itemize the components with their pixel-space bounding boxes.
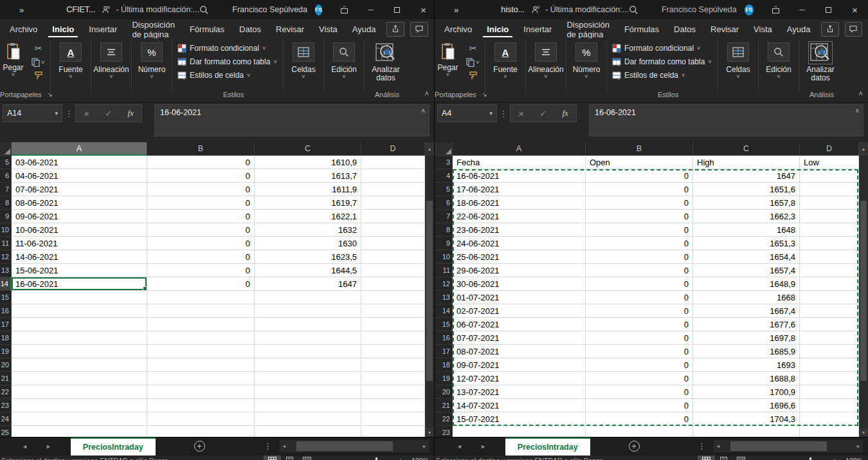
cell[interactable] [255, 426, 361, 437]
cell[interactable] [147, 318, 255, 331]
cell[interactable]: 0 [147, 264, 255, 277]
cell[interactable] [800, 372, 859, 385]
cell[interactable]: 1696,6 [693, 399, 800, 412]
cell[interactable]: 0 [586, 385, 693, 399]
cell[interactable] [361, 277, 425, 291]
zoom-slider-thumb[interactable] [809, 457, 811, 460]
cell[interactable]: 17-06-2021 [453, 183, 586, 196]
row-header-13[interactable]: 13 [0, 264, 12, 277]
vertical-scroll-thumb[interactable] [426, 201, 433, 381]
cell[interactable]: 30-06-2021 [453, 277, 586, 291]
menu-tab-ayuda[interactable]: Ayuda [348, 21, 380, 37]
cell[interactable]: 0 [586, 372, 693, 385]
cell[interactable]: 0 [147, 183, 255, 196]
column-header-c[interactable]: C [693, 142, 800, 156]
horizontal-scrollbar[interactable]: ◄ ► [714, 440, 863, 452]
cell[interactable] [800, 250, 859, 264]
formula-input[interactable]: 16-06-2021 [589, 104, 863, 136]
select-all-corner[interactable] [435, 142, 453, 156]
cell[interactable]: 08-07-2021 [453, 345, 586, 358]
cell[interactable]: 0 [147, 210, 255, 223]
cell[interactable]: 1688,8 [693, 372, 800, 385]
cell[interactable] [361, 385, 425, 399]
cell[interactable] [147, 372, 255, 385]
cell[interactable] [800, 345, 859, 358]
menu-tab-revisar[interactable]: Revisar [272, 21, 308, 37]
cell[interactable] [12, 358, 147, 372]
cell[interactable] [800, 291, 859, 304]
cell[interactable] [361, 250, 425, 264]
search-icon[interactable] [629, 5, 638, 15]
column-header-a[interactable]: A [453, 142, 586, 156]
row-header-12[interactable]: 12 [0, 250, 12, 264]
menu-tab-revisar[interactable]: Revisar [707, 21, 743, 37]
cell[interactable] [361, 291, 425, 304]
cell[interactable]: High [693, 156, 800, 169]
cell[interactable]: 1623,5 [255, 250, 361, 264]
row-header-9[interactable]: 9 [435, 237, 453, 250]
row-header-12[interactable]: 12 [435, 277, 453, 291]
cell[interactable] [12, 372, 147, 385]
cell[interactable]: 0 [147, 169, 255, 183]
cell[interactable]: 1657,4 [693, 264, 800, 277]
row-header-15[interactable]: 15 [435, 318, 453, 331]
row-header-7[interactable]: 7 [435, 210, 453, 223]
cell[interactable]: 02-07-2021 [453, 304, 586, 318]
row-header-25[interactable]: 25 [0, 426, 12, 437]
cell-styles-button[interactable]: Estilos de celda ˅ [177, 71, 279, 80]
paste-button[interactable]: Pegar ˅ [435, 39, 461, 77]
row-header-3[interactable]: 3 [435, 156, 453, 169]
menu-tab-fórmulas[interactable]: Fórmulas [186, 21, 228, 37]
cell[interactable]: 0 [586, 264, 693, 277]
collapse-ribbon-icon[interactable]: ˄ [425, 89, 429, 97]
cell[interactable] [255, 399, 361, 412]
close-button[interactable]: × [410, 0, 434, 19]
scroll-down-icon[interactable]: ▼ [859, 428, 868, 437]
row-header-11[interactable]: 11 [435, 264, 453, 277]
vertical-scrollbar[interactable]: ▲ ▼ [425, 142, 434, 437]
scroll-right-icon[interactable]: ► [420, 444, 429, 448]
cell[interactable]: 0 [586, 223, 693, 237]
cell[interactable] [586, 426, 693, 437]
cell[interactable]: 1647 [255, 277, 361, 291]
zoom-out-icon[interactable]: − [757, 457, 769, 460]
cell[interactable]: 14-06-2021 [12, 250, 147, 264]
sheet-tab-more-icon[interactable]: ⋮ [264, 441, 272, 451]
cell[interactable] [147, 345, 255, 358]
cancel-icon[interactable]: × [518, 108, 524, 119]
cell[interactable]: 0 [147, 250, 255, 264]
conditional-formatting-button[interactable]: Formato condicional ˅ [612, 44, 714, 53]
avatar[interactable]: FS [315, 5, 322, 15]
format-as-table-button[interactable]: Dar formato como tabla ˅ [612, 57, 714, 66]
cell[interactable]: 07-07-2021 [453, 331, 586, 345]
copy-button[interactable]: ˅ [32, 58, 44, 67]
cell[interactable]: 1685,9 [693, 345, 800, 358]
alignment-group-button[interactable]: Alineación ˅ [91, 39, 131, 79]
cut-button[interactable]: ✂ [35, 43, 42, 53]
menu-tab-datos[interactable]: Datos [235, 21, 265, 37]
cell[interactable]: 1700,9 [693, 385, 800, 399]
row-header-24[interactable]: 24 [0, 412, 12, 426]
cell[interactable]: 0 [586, 318, 693, 331]
row-header-8[interactable]: 8 [435, 223, 453, 237]
cell[interactable]: 03-06-2021 [12, 156, 147, 169]
view-page-layout-button[interactable] [715, 455, 732, 460]
dialog-launcher-icon[interactable]: ↘ [482, 91, 487, 98]
cell[interactable]: 0 [147, 156, 255, 169]
cell[interactable]: 1704,3 [693, 412, 800, 426]
cell[interactable] [361, 304, 425, 318]
row-header-19[interactable]: 19 [435, 372, 453, 385]
cell[interactable] [800, 412, 859, 426]
row-header-4[interactable]: 4 [435, 169, 453, 183]
cell[interactable]: 1668 [693, 291, 800, 304]
row-header-15[interactable]: 15 [0, 291, 12, 304]
row-header-10[interactable]: 10 [435, 250, 453, 264]
row-header-22[interactable]: 22 [435, 412, 453, 426]
cell[interactable] [255, 304, 361, 318]
horizontal-scroll-thumb[interactable] [296, 441, 393, 451]
row-header-18[interactable]: 18 [0, 331, 12, 345]
cell[interactable]: Low [800, 156, 859, 169]
cell[interactable] [361, 399, 425, 412]
cancel-icon[interactable]: × [84, 108, 89, 119]
cells-group-button[interactable]: Celdas ˅ [718, 39, 758, 79]
